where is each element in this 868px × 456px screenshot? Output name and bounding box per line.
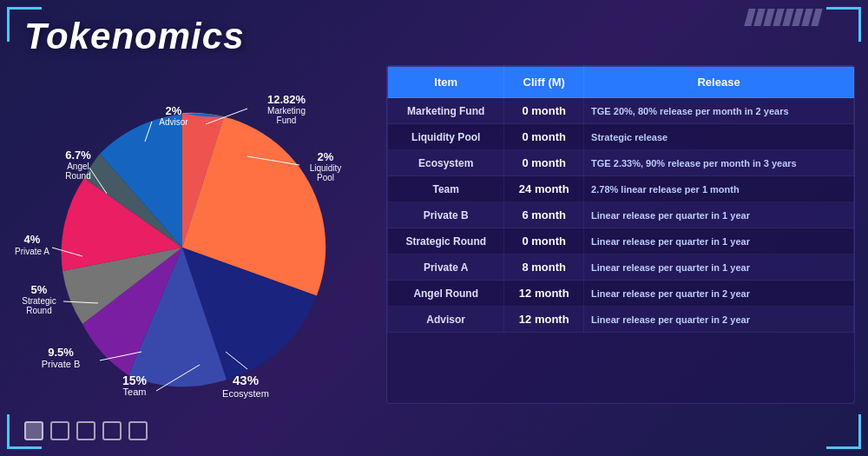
cell-cliff: 12 month [504, 307, 584, 333]
cell-item: Private B [388, 202, 504, 228]
tokenomics-table: Item Cliff (M) Release Marketing Fund0 m… [386, 65, 855, 404]
table-row: Team24 month2.78% linear release per 1 m… [388, 176, 854, 202]
cell-release: 2.78% linear release per 1 month [584, 176, 854, 202]
label-pct-team: 15% [122, 373, 148, 387]
label-pct-strategic: 5% [31, 283, 48, 296]
cell-cliff: 8 month [504, 254, 584, 281]
label-name-liquidity-2: Pool [317, 173, 334, 182]
dot-5[interactable] [128, 421, 148, 440]
label-pct-ecosystem: 43% [233, 373, 259, 387]
cell-cliff: 12 month [504, 281, 584, 307]
cell-item: Strategic Round [388, 228, 504, 254]
col-header-cliff: Cliff (M) [504, 67, 584, 98]
pie-chart-area: 43% Ecosystem 15% Team 9.5% Private B 5%… [13, 65, 378, 404]
table-row: Private B6 monthLinear release per quart… [388, 202, 854, 228]
cell-release: Linear release per quarter in 2 year [584, 281, 854, 307]
label-name-private-b: Private B [42, 359, 81, 369]
table-row: Marketing Fund0 monthTGE 20%, 80% releas… [388, 98, 854, 124]
label-pct-private-b: 9.5% [48, 346, 74, 359]
label-name-advisor: Advisor [159, 117, 188, 127]
bottom-dots [24, 421, 148, 440]
table-row: Private A8 monthLinear release per quart… [388, 254, 854, 281]
label-name-team: Team [123, 387, 147, 397]
cell-release: TGE 20%, 80% release per month in 2 year… [584, 98, 854, 124]
label-name-angel-1: Angel [67, 162, 89, 171]
label-name-private-a: Private A [15, 247, 49, 256]
label-pct-advisor: 2% [166, 104, 182, 117]
cell-release: Strategic release [584, 124, 854, 150]
col-header-item: Item [388, 67, 504, 98]
corner-decoration-br [826, 414, 861, 449]
label-name-strategic-1: Strategic [22, 296, 56, 306]
cell-item: Marketing Fund [388, 98, 504, 124]
label-name-liquidity-1: Liquidity [310, 163, 342, 173]
cell-item: Liquidity Pool [388, 124, 504, 150]
cell-cliff: 0 month [504, 98, 584, 124]
cell-item: Advisor [388, 307, 504, 333]
table-row: Angel Round12 monthLinear release per qu… [388, 281, 854, 307]
col-header-release: Release [584, 67, 854, 98]
cell-cliff: 0 month [504, 150, 584, 176]
table-row: Ecosystem0 monthTGE 2.33%, 90% release p… [388, 150, 854, 176]
dot-2[interactable] [50, 421, 69, 440]
deco-lines [744, 9, 822, 26]
corner-decoration-tl [7, 7, 42, 42]
label-name-strategic-2: Round [26, 306, 51, 315]
label-name-marketing-1: Marketing [267, 106, 306, 116]
corner-decoration-tr [826, 7, 861, 42]
cell-item: Private A [388, 254, 504, 281]
table-row: Advisor12 monthLinear release per quarte… [388, 307, 854, 333]
label-name-ecosystem: Ecosystem [222, 388, 269, 399]
corner-decoration-bl [7, 414, 42, 449]
cell-release: TGE 2.33%, 90% release per month in 3 ye… [584, 150, 854, 176]
cell-release: Linear release per quarter in 2 year [584, 307, 854, 333]
page-title: Tokenomics [24, 16, 245, 57]
table-row: Strategic Round0 monthLinear release per… [388, 228, 854, 254]
cell-cliff: 6 month [504, 202, 584, 228]
label-pct-private-a: 4% [24, 233, 41, 246]
main-content: 43% Ecosystem 15% Team 9.5% Private B 5%… [13, 61, 855, 408]
label-name-angel-2: Round [65, 171, 90, 181]
label-pct-liquidity: 2% [318, 150, 334, 163]
cell-item: Angel Round [388, 281, 504, 307]
dot-4[interactable] [102, 421, 122, 440]
cell-cliff: 24 month [504, 176, 584, 202]
pie-chart-svg: 43% Ecosystem 15% Team 9.5% Private B 5%… [13, 65, 378, 404]
cell-item: Ecosystem [388, 150, 504, 176]
cell-release: Linear release per quarter in 1 year [584, 254, 854, 281]
cell-release: Linear release per quarter in 1 year [584, 202, 854, 228]
label-name-marketing-2: Fund [277, 116, 297, 125]
label-pct-marketing: 12.82% [267, 93, 306, 106]
cell-cliff: 0 month [504, 124, 584, 150]
dot-3[interactable] [76, 421, 95, 440]
cell-release: Linear release per quarter in 1 year [584, 228, 854, 254]
table-row: Liquidity Pool0 monthStrategic release [388, 124, 854, 150]
label-pct-angel: 6.7% [65, 149, 91, 162]
cell-item: Team [388, 176, 504, 202]
cell-cliff: 0 month [504, 228, 584, 254]
